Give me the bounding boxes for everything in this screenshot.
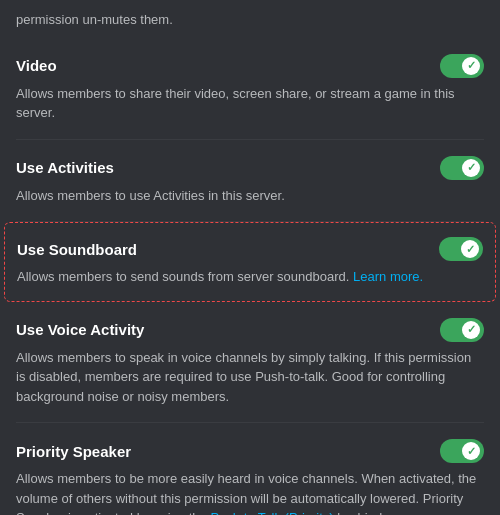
permission-item-video: Video ✓ Allows members to share their vi… bbox=[16, 38, 484, 140]
toggle-thumb-priority-speaker: ✓ bbox=[462, 442, 480, 460]
permission-item-use-activities: Use Activities ✓ Allows members to use A… bbox=[16, 140, 484, 223]
permission-title-use-voice-activity: Use Voice Activity bbox=[16, 321, 144, 338]
permission-item-priority-speaker: Priority Speaker ✓ Allows members to be … bbox=[16, 423, 484, 515]
permission-description-use-activities: Allows members to use Activities in this… bbox=[16, 186, 484, 206]
toggle-track-priority-speaker[interactable]: ✓ bbox=[440, 439, 484, 463]
permission-item-use-voice-activity: Use Voice Activity ✓ Allows members to s… bbox=[16, 302, 484, 424]
toggle-check-priority-speaker: ✓ bbox=[467, 445, 476, 458]
toggle-track-video[interactable]: ✓ bbox=[440, 54, 484, 78]
permissions-container: permission un-mutes them. Video ✓ Allows… bbox=[0, 0, 500, 515]
learn-more-link[interactable]: Learn more. bbox=[353, 269, 423, 284]
permission-title-video: Video bbox=[16, 57, 57, 74]
toggle-check-video: ✓ bbox=[467, 59, 476, 72]
permission-title-priority-speaker: Priority Speaker bbox=[16, 443, 131, 460]
toggle-video[interactable]: ✓ bbox=[440, 54, 484, 78]
permission-header-video: Video ✓ bbox=[16, 54, 484, 78]
toggle-check-use-activities: ✓ bbox=[467, 161, 476, 174]
permission-description-video: Allows members to share their video, scr… bbox=[16, 84, 484, 123]
permission-header-use-soundboard: Use Soundboard ✓ bbox=[17, 237, 483, 261]
toggle-thumb-video: ✓ bbox=[462, 57, 480, 75]
toggle-check-use-voice-activity: ✓ bbox=[467, 323, 476, 336]
toggle-thumb-use-soundboard: ✓ bbox=[461, 240, 479, 258]
permission-header-priority-speaker: Priority Speaker ✓ bbox=[16, 439, 484, 463]
toggle-use-soundboard[interactable]: ✓ bbox=[439, 237, 483, 261]
permission-title-use-soundboard: Use Soundboard bbox=[17, 241, 137, 258]
permission-title-use-activities: Use Activities bbox=[16, 159, 114, 176]
permission-description-use-soundboard: Allows members to send sounds from serve… bbox=[17, 267, 483, 287]
priority-speaker-desc-before: Allows members to be more easily heard i… bbox=[16, 471, 476, 515]
toggle-thumb-use-voice-activity: ✓ bbox=[462, 321, 480, 339]
permission-header-use-activities: Use Activities ✓ bbox=[16, 156, 484, 180]
permission-item-use-soundboard: Use Soundboard ✓ Allows members to send … bbox=[4, 222, 496, 302]
toggle-use-voice-activity[interactable]: ✓ bbox=[440, 318, 484, 342]
permission-description-priority-speaker: Allows members to be more easily heard i… bbox=[16, 469, 484, 515]
toggle-use-activities[interactable]: ✓ bbox=[440, 156, 484, 180]
toggle-track-use-voice-activity[interactable]: ✓ bbox=[440, 318, 484, 342]
push-to-talk-priority-link[interactable]: Push to Talk (Priority) bbox=[210, 510, 333, 515]
priority-speaker-desc-after: keybind. bbox=[334, 510, 386, 515]
soundboard-desc-text: Allows members to send sounds from serve… bbox=[17, 269, 349, 284]
permission-description-use-voice-activity: Allows members to speak in voice channel… bbox=[16, 348, 484, 407]
intro-text: permission un-mutes them. bbox=[16, 10, 484, 38]
toggle-priority-speaker[interactable]: ✓ bbox=[440, 439, 484, 463]
toggle-track-use-soundboard[interactable]: ✓ bbox=[439, 237, 483, 261]
toggle-track-use-activities[interactable]: ✓ bbox=[440, 156, 484, 180]
toggle-thumb-use-activities: ✓ bbox=[462, 159, 480, 177]
permission-header-use-voice-activity: Use Voice Activity ✓ bbox=[16, 318, 484, 342]
toggle-check-use-soundboard: ✓ bbox=[466, 243, 475, 256]
